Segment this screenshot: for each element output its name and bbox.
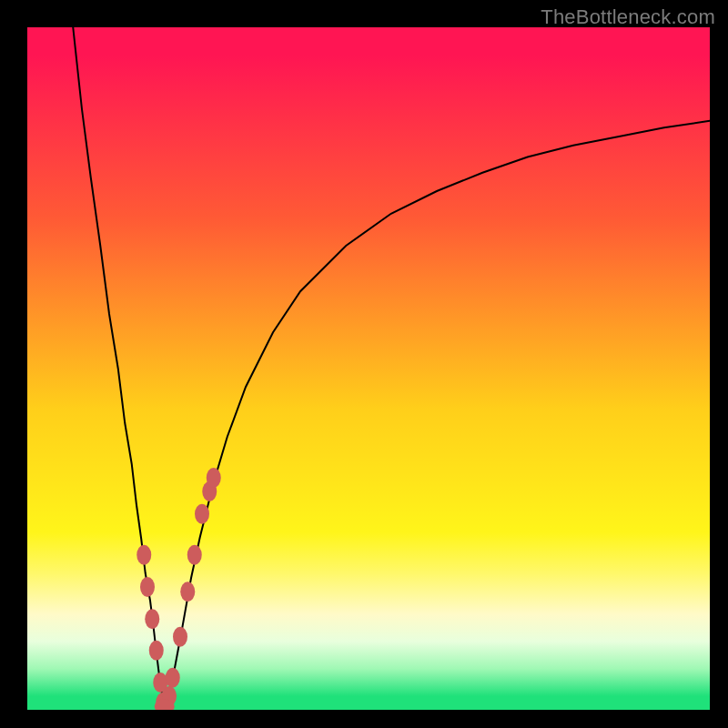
chart-frame: TheBottleneck.com [0,0,728,728]
curve-right-branch [165,121,710,707]
data-point-marker [187,545,202,565]
chart-svg [27,27,710,710]
data-point-marker [140,577,155,597]
attribution-text: TheBottleneck.com [541,5,715,29]
chart-plot-area [27,27,710,710]
curve-left-branch [73,27,165,706]
data-point-marker [173,627,187,647]
data-point-marker [136,545,151,565]
markers-left-branch [136,545,170,710]
data-point-marker [149,641,164,661]
data-point-marker [180,581,195,602]
data-point-marker [145,609,159,629]
data-point-marker [166,668,180,688]
data-point-marker [207,468,221,488]
markers-right-branch [162,468,221,706]
data-point-marker [195,504,209,524]
